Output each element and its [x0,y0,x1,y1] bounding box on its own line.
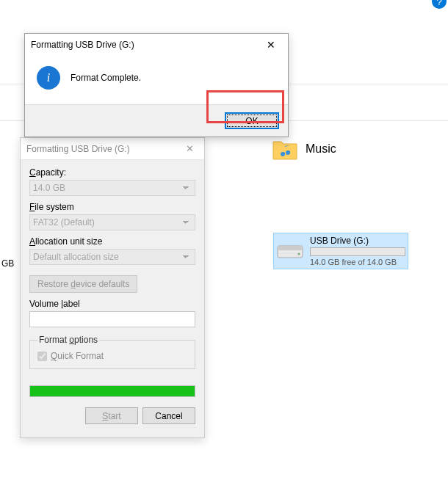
quick-format-row[interactable]: Quick Format [37,351,187,361]
progress-bar [29,385,195,397]
capacity-select[interactable]: 14.0 GB [29,180,195,196]
format-options-legend: Format options [37,335,99,345]
format-dialog-title: Formatting USB Drive (G:) [26,144,130,154]
format-dialog: Formatting USB Drive (G:) ✕ Capacity: 14… [20,137,205,438]
drive-free-text: 14.0 GB free of 14.0 GB [310,258,405,266]
filesystem-label: File system [29,202,195,212]
help-icon[interactable]: ? [432,0,447,9]
message-dialog-title: Formatting USB Drive (G:) [31,40,134,50]
message-dialog-titlebar[interactable]: Formatting USB Drive (G:) ✕ [25,34,288,56]
truncated-gb-label: GB [1,258,14,269]
filesystem-select[interactable]: FAT32 (Default) [29,214,195,230]
usb-drive-item[interactable]: USB Drive (G:) 14.0 GB free of 14.0 GB [273,233,408,269]
close-icon[interactable]: ✕ [181,140,198,158]
ok-button[interactable]: OK [225,112,279,129]
allocation-label: Allocation unit size [29,236,195,247]
message-dialog: Formatting USB Drive (G:) ✕ i Format Com… [24,33,289,137]
drive-capacity-bar [310,247,405,256]
svg-point-2 [298,253,300,255]
allocation-select[interactable]: Default allocation size [29,249,195,265]
svg-rect-1 [278,246,303,250]
quick-format-checkbox[interactable] [37,352,47,361]
capacity-label: Capacity: [29,167,195,178]
volume-label-input[interactable] [29,311,195,327]
music-label: Music [306,142,336,156]
cancel-button[interactable]: Cancel [142,407,195,424]
restore-defaults-button[interactable]: Restore device defaults [29,275,137,293]
quick-format-label: Quick Format [51,351,104,361]
drive-text-block: USB Drive (G:) 14.0 GB free of 14.0 GB [310,236,405,266]
volume-label-label: Volume label [29,299,195,309]
music-folder-icon [272,136,298,162]
drive-icon [276,239,304,261]
drive-name: USB Drive (G:) [310,236,405,246]
format-options-group: Format options Quick Format [29,335,195,369]
message-text: Format Complete. [71,73,141,83]
format-dialog-titlebar[interactable]: Formatting USB Drive (G:) ✕ [21,138,204,160]
progress-fill [30,386,195,396]
start-button[interactable]: Start [85,407,138,424]
music-folder-item[interactable]: Music [272,136,336,162]
info-icon: i [37,66,60,90]
close-icon[interactable]: ✕ [260,34,282,56]
